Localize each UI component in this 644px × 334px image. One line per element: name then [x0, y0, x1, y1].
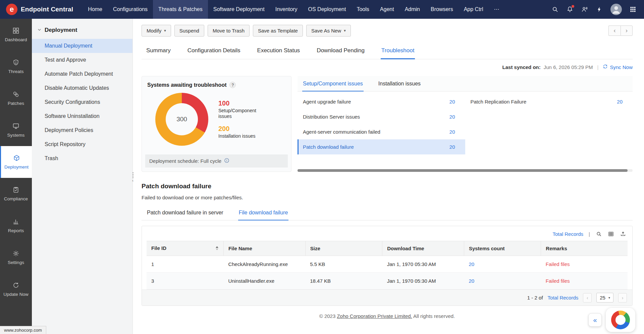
issue-count-link[interactable]: 20: [617, 99, 623, 105]
rail-item-update-now[interactable]: Update Now: [0, 273, 32, 305]
tab-execution-status[interactable]: Execution Status: [257, 44, 301, 59]
sidebar-section-deployment[interactable]: Deployment: [32, 22, 132, 39]
nav-item-inventory[interactable]: Inventory: [270, 0, 303, 19]
sidebar-item-software-uninstallation[interactable]: Software Uninstallation: [32, 109, 132, 123]
nav-item-configurations[interactable]: Configurations: [108, 0, 153, 19]
tab-installation-issues[interactable]: Installation issues: [378, 76, 421, 91]
horizontal-scrollbar-thumb[interactable]: [298, 169, 628, 172]
table-search-icon[interactable]: [595, 230, 602, 237]
nav-item-os-deployment[interactable]: OS Deployment: [303, 0, 352, 19]
column-header-file-name[interactable]: File Name: [223, 241, 305, 256]
user-voice-icon[interactable]: [581, 6, 588, 13]
issue-tabs: Setup/Component issues Installation issu…: [298, 76, 633, 91]
brand[interactable]: e Endpoint Central: [0, 4, 83, 15]
export-icon[interactable]: [620, 230, 626, 237]
company-link[interactable]: Zoho Corporation Private Limited.: [337, 313, 412, 319]
issue-row-agent-server-communication-failed[interactable]: Agent-server communication failed 20: [298, 124, 465, 139]
card-title: Systems awaiting troubleshoot: [147, 82, 226, 88]
rail-item-reports[interactable]: Reports: [0, 210, 32, 242]
sidebar-item-manual-deployment[interactable]: Manual Deployment: [32, 39, 132, 53]
sidebar-item-automate-patch-deployment[interactable]: Automate Patch Deployment: [32, 67, 132, 81]
apps-grid-icon[interactable]: [629, 6, 637, 13]
sort-icon[interactable]: [215, 246, 219, 252]
nav-item-threats-patches[interactable]: Threats & Patches: [153, 0, 208, 19]
issue-count-link[interactable]: 20: [449, 129, 455, 135]
save-as-template-button[interactable]: Save as Template: [253, 25, 303, 37]
nav-item-more[interactable]: ⋯: [488, 0, 504, 19]
rail-item-threats[interactable]: Threats: [0, 51, 32, 82]
column-header-download-time[interactable]: Download Time: [382, 241, 464, 256]
prev-record-button[interactable]: ‹: [608, 25, 621, 36]
tab-file-download-failure[interactable]: File download failure: [238, 206, 289, 220]
suspend-button[interactable]: Suspend: [174, 25, 204, 37]
donut-legend: 100 Setup/Component issues 200 Installat…: [218, 99, 269, 139]
sidebar-item-deployment-policies[interactable]: Deployment Policies: [32, 123, 132, 137]
sync-now-button[interactable]: Sync Now: [603, 64, 633, 70]
column-header-size[interactable]: Size: [305, 241, 382, 256]
page-size-select[interactable]: 25 ▾: [596, 293, 613, 303]
next-record-button[interactable]: ›: [621, 25, 633, 36]
systems-count-link[interactable]: 20: [469, 278, 474, 284]
sync-status-row: Last synced on: Jun 6, 2026 05:29 PM | S…: [142, 64, 633, 70]
systems-icon: [12, 123, 19, 131]
rail-item-settings[interactable]: Settings: [0, 242, 32, 273]
tab-configuration-details[interactable]: Configuration Details: [187, 44, 241, 59]
nav-item-home[interactable]: Home: [83, 0, 108, 19]
column-header-remarks[interactable]: Remarks: [541, 241, 628, 256]
sidebar-item-trash[interactable]: Trash: [32, 151, 132, 165]
save-as-new-button[interactable]: Save As New▾: [306, 25, 351, 37]
column-header-systems-count[interactable]: Systems count: [464, 241, 541, 256]
table-header-row: File ID File Name Size Download Time Sys…: [147, 241, 628, 256]
issue-row-patch-replication-failure[interactable]: Patch Replication Failure 20: [465, 94, 633, 109]
sidebar-item-test-and-approve[interactable]: Test and Approve: [32, 53, 132, 67]
tab-troubleshoot[interactable]: Troubleshoot: [381, 44, 415, 59]
notification-icon[interactable]: [566, 6, 574, 13]
tab-setup-component-issues[interactable]: Setup/Component issues: [302, 76, 364, 91]
last-synced-value: Jun 6, 2026 05:29 PM: [544, 64, 593, 70]
collapse-sidebar-icon[interactable]: ‹: [132, 179, 133, 182]
page-prev-button[interactable]: ‹: [583, 293, 592, 303]
column-chooser-icon[interactable]: [607, 230, 614, 237]
rail-item-systems[interactable]: Systems: [0, 114, 32, 146]
issue-count-link[interactable]: 20: [449, 144, 455, 150]
help-icon[interactable]: ?: [229, 82, 236, 88]
info-icon[interactable]: [224, 158, 229, 164]
action-toolbar: Modify▾ Suspend Move to Trash Save as Te…: [142, 25, 633, 37]
rail-item-dashboard[interactable]: Dashboard: [0, 19, 32, 51]
chat-launcher[interactable]: [606, 308, 635, 332]
modify-button[interactable]: Modify▾: [142, 25, 171, 37]
record-range: 1 - 2 of: [527, 295, 543, 300]
sidebar-item-disable-automatic-updates[interactable]: Disable Automatic Updates: [32, 81, 132, 95]
search-icon[interactable]: [551, 6, 559, 13]
issue-row-patch-download-failure[interactable]: Patch download failure 20: [298, 139, 465, 154]
tab-summary[interactable]: Summary: [146, 44, 171, 59]
rail-item-patches[interactable]: Patches: [0, 82, 32, 114]
total-records-link[interactable]: Total Records: [548, 295, 579, 300]
nav-item-browsers[interactable]: Browsers: [425, 0, 459, 19]
systems-count-link[interactable]: 20: [469, 261, 474, 267]
issue-count-link[interactable]: 20: [449, 114, 455, 120]
move-to-trash-button[interactable]: Move to Trash: [208, 25, 250, 37]
total-records-link[interactable]: Total Records: [552, 231, 583, 237]
sidebar-item-script-repository[interactable]: Script Repository: [32, 137, 132, 151]
sidebar-resize-handle[interactable]: ‹: [131, 172, 135, 188]
tab-download-pending[interactable]: Download Pending: [316, 44, 365, 59]
issue-row-agent-upgrade-failure[interactable]: Agent upgrade failure 20: [298, 94, 465, 109]
column-header-file-id[interactable]: File ID: [147, 241, 223, 256]
rail-item-compliance[interactable]: Compliance: [0, 178, 32, 210]
nav-item-software-deployment[interactable]: Software Deployment: [208, 0, 270, 19]
chat-collapse-button[interactable]: «: [588, 313, 602, 327]
nav-item-admin[interactable]: Admin: [399, 0, 425, 19]
page-next-button[interactable]: ›: [618, 293, 627, 303]
avatar[interactable]: [610, 4, 622, 15]
nav-item-app-ctrl[interactable]: App Ctrl: [459, 0, 489, 19]
nav-item-agent[interactable]: Agent: [375, 0, 399, 19]
flash-icon[interactable]: [596, 6, 603, 13]
sidebar-item-security-configurations[interactable]: Security Configurations: [32, 95, 132, 109]
issue-row-distribution-server-issues[interactable]: Distribution Server issues 20: [298, 109, 465, 124]
issue-count-link[interactable]: 20: [449, 99, 455, 105]
rail-item-deployment[interactable]: Deployment: [0, 146, 32, 178]
remarks-value: Failed files: [546, 261, 570, 267]
tab-patch-download-failure-in-server[interactable]: Patch download failure in server: [146, 206, 224, 220]
nav-item-tools[interactable]: Tools: [351, 0, 374, 19]
